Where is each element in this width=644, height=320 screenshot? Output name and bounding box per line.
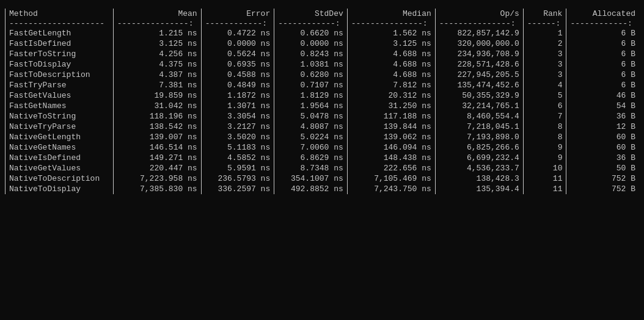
cell-6-1: 19.859 ns <box>113 90 201 101</box>
cell-15-4: 7,243.750 ns <box>347 184 435 194</box>
cell-12-0: NativeIsDefined <box>5 153 114 163</box>
table-row: NativeGetNames146.514 ns5.1183 ns7.0060 … <box>5 142 640 153</box>
cell-0-3: 0.6620 ns <box>274 28 348 38</box>
table-row: NativeGetValues220.447 ns5.9591 ns8.7348… <box>5 163 640 173</box>
table-header-row: MethodMeanErrorStdDevMedianOp/sRankAlloc… <box>5 9 640 19</box>
cell-1-3: 0.0000 ns <box>274 38 348 49</box>
cell-11-6: 9 <box>523 142 566 153</box>
cell-13-7: 50 B <box>566 163 639 173</box>
cell-9-7: 12 B <box>566 122 639 132</box>
col-header-mean: Mean <box>113 9 201 19</box>
cell-2-1: 4.256 ns <box>113 49 201 59</box>
cell-8-0: NativeToString <box>5 111 114 122</box>
cell-0-6: 1 <box>523 28 566 38</box>
table-row: FastGetLength1.215 ns0.4722 ns0.6620 ns1… <box>5 28 640 38</box>
cell-7-6: 6 <box>523 101 566 111</box>
cell-3-3: 1.0381 ns <box>274 59 348 70</box>
cell-10-0: NativeGetLength <box>5 132 114 142</box>
table-row: FastTryParse7.381 ns0.4849 ns0.7107 ns7.… <box>5 80 640 90</box>
col-separator-5: ---------------: <box>435 19 523 28</box>
cell-13-0: NativeGetValues <box>5 163 114 173</box>
cell-8-4: 117.188 ns <box>347 111 435 122</box>
benchmark-table: MethodMeanErrorStdDevMedianOp/sRankAlloc… <box>5 9 639 194</box>
cell-12-1: 149.271 ns <box>113 153 201 163</box>
cell-1-6: 2 <box>523 38 566 49</box>
cell-8-1: 118.196 ns <box>113 111 201 122</box>
table-row: NativeGetLength139.007 ns3.5020 ns5.0224… <box>5 132 640 142</box>
cell-9-4: 139.844 ns <box>347 122 435 132</box>
cell-5-7: 6 B <box>566 80 639 90</box>
cell-10-6: 8 <box>523 132 566 142</box>
cell-9-6: 8 <box>523 122 566 132</box>
cell-7-3: 1.9564 ns <box>274 101 348 111</box>
cell-3-2: 0.6935 ns <box>201 59 274 70</box>
cell-12-2: 4.5852 ns <box>201 153 274 163</box>
cell-5-6: 4 <box>523 80 566 90</box>
cell-6-5: 50,355,329.9 <box>435 90 523 101</box>
cell-9-0: NativeTryParse <box>5 122 114 132</box>
cell-6-3: 1.8129 ns <box>274 90 348 101</box>
cell-12-6: 9 <box>523 153 566 163</box>
cell-0-0: FastGetLength <box>5 28 114 38</box>
col-separator-1: ---------------: <box>113 19 201 28</box>
cell-11-7: 60 B <box>566 142 639 153</box>
cell-8-2: 3.3054 ns <box>201 111 274 122</box>
cell-5-4: 7.812 ns <box>347 80 435 90</box>
cell-14-6: 11 <box>523 173 566 184</box>
cell-2-5: 234,936,708.9 <box>435 49 523 59</box>
cell-11-1: 146.514 ns <box>113 142 201 153</box>
cell-14-2: 236.5793 ns <box>201 173 274 184</box>
col-separator-2: ------------: <box>201 19 274 28</box>
cell-15-3: 492.8852 ns <box>274 184 348 194</box>
table-row: NativeToDescription7,223.958 ns236.5793 … <box>5 173 640 184</box>
cell-1-0: FastIsDefined <box>5 38 114 49</box>
cell-5-0: FastTryParse <box>5 80 114 90</box>
cell-4-0: FastToDescription <box>5 70 114 80</box>
table-row: FastGetNames31.042 ns1.3071 ns1.9564 ns3… <box>5 101 640 111</box>
cell-7-1: 31.042 ns <box>113 101 201 111</box>
cell-3-1: 4.375 ns <box>113 59 201 70</box>
cell-3-4: 4.688 ns <box>347 59 435 70</box>
table-row: NativeToString118.196 ns3.3054 ns5.0478 … <box>5 111 640 122</box>
cell-14-3: 354.1007 ns <box>274 173 348 184</box>
cell-4-7: 6 B <box>566 70 639 80</box>
cell-4-3: 0.6280 ns <box>274 70 348 80</box>
table-row: NativeToDisplay7,385.830 ns336.2597 ns49… <box>5 184 640 194</box>
cell-8-6: 7 <box>523 111 566 122</box>
cell-9-3: 4.8087 ns <box>274 122 348 132</box>
cell-14-5: 138,428.3 <box>435 173 523 184</box>
col-header-allocated: Allocated <box>566 9 639 19</box>
cell-10-7: 60 B <box>566 132 639 142</box>
cell-13-3: 8.7348 ns <box>274 163 348 173</box>
col-separator-4: ---------------: <box>347 19 435 28</box>
table-row: FastGetValues19.859 ns1.1872 ns1.8129 ns… <box>5 90 640 101</box>
cell-12-4: 148.438 ns <box>347 153 435 163</box>
cell-3-0: FastToDisplay <box>5 59 114 70</box>
cell-5-5: 135,474,452.6 <box>435 80 523 90</box>
table-row: NativeTryParse138.542 ns3.2127 ns4.8087 … <box>5 122 640 132</box>
cell-8-3: 5.0478 ns <box>274 111 348 122</box>
col-separator-0: -------------------- <box>5 19 114 28</box>
cell-7-7: 54 B <box>566 101 639 111</box>
cell-10-1: 139.007 ns <box>113 132 201 142</box>
cell-1-2: 0.0000 ns <box>201 38 274 49</box>
col-header-method: Method <box>5 9 114 19</box>
cell-0-7: 6 B <box>566 28 639 38</box>
cell-11-2: 5.1183 ns <box>201 142 274 153</box>
cell-15-7: 752 B <box>566 184 639 194</box>
cell-13-6: 10 <box>523 163 566 173</box>
cell-0-2: 0.4722 ns <box>201 28 274 38</box>
cell-9-5: 7,218,045.1 <box>435 122 523 132</box>
cell-12-5: 6,699,232.4 <box>435 153 523 163</box>
col-header-median: Median <box>347 9 435 19</box>
cell-15-0: NativeToDisplay <box>5 184 114 194</box>
cell-15-2: 336.2597 ns <box>201 184 274 194</box>
cell-15-6: 11 <box>523 184 566 194</box>
cell-5-3: 0.7107 ns <box>274 80 348 90</box>
cell-6-7: 46 B <box>566 90 639 101</box>
cell-1-7: 6 B <box>566 38 639 49</box>
col-separator-3: ------------: <box>274 19 348 28</box>
cell-15-5: 135,394.4 <box>435 184 523 194</box>
cell-13-5: 4,536,233.7 <box>435 163 523 173</box>
cell-13-2: 5.9591 ns <box>201 163 274 173</box>
